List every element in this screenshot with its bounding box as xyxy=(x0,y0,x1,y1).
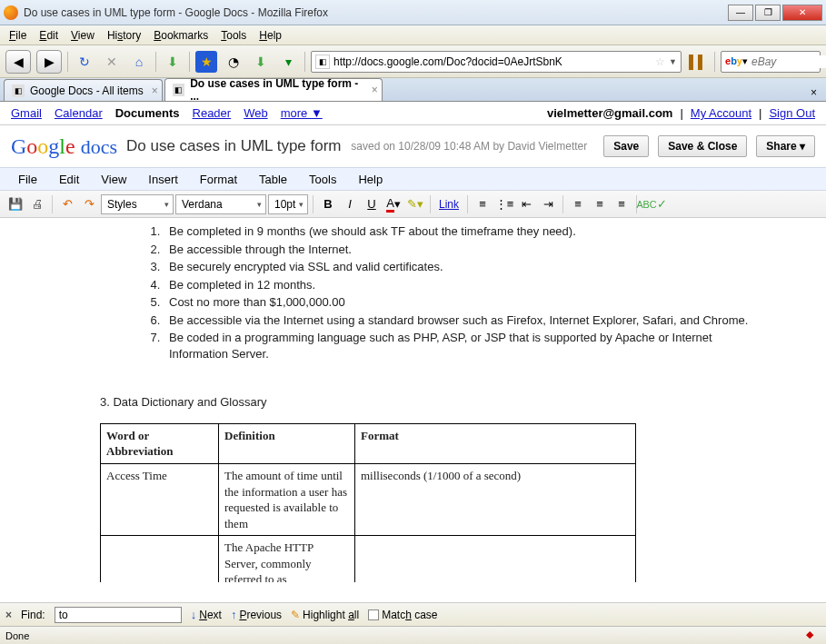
addon-icon[interactable]: ▾ xyxy=(277,51,299,73)
minimize-button[interactable]: — xyxy=(728,5,753,21)
tab-google-docs-list[interactable]: ◧ Google Docs - All items × xyxy=(4,79,163,101)
table-row: The Apache HTTP Server, commonly referre… xyxy=(101,536,636,582)
tab-close-icon[interactable]: × xyxy=(372,84,378,96)
cookie-icon[interactable]: ◔ xyxy=(223,51,244,73)
align-right-icon[interactable]: ≡ xyxy=(612,194,632,214)
find-next-button[interactable]: ↓Next xyxy=(191,608,222,621)
favicon-icon: ◧ xyxy=(315,54,330,69)
link-button[interactable]: Link xyxy=(435,198,463,211)
docs-menu-format[interactable]: Format xyxy=(191,170,246,189)
status-bar: Done ◆ xyxy=(0,626,826,644)
save-icon[interactable]: 💾 xyxy=(5,194,25,214)
search-box[interactable]: eby▾ 🔍 xyxy=(721,51,821,73)
indent-icon[interactable]: ⇥ xyxy=(538,194,558,214)
separator xyxy=(155,52,156,72)
align-center-icon[interactable]: ≡ xyxy=(590,194,610,214)
font-select[interactable]: Verdana xyxy=(175,194,266,214)
list-item: Be completed in 9 months (we should ask … xyxy=(164,223,762,240)
gbar-documents[interactable]: Documents xyxy=(115,106,180,120)
dropdown-icon[interactable]: ▼ xyxy=(669,57,677,66)
google-docs-logo[interactable]: Google docs xyxy=(11,134,117,159)
menu-bookmarks[interactable]: Bookmarks xyxy=(148,27,214,44)
print-icon[interactable]: 🖨 xyxy=(27,194,47,214)
download-helper-icon[interactable]: ⬇ xyxy=(250,51,272,73)
maximize-button[interactable]: ❐ xyxy=(755,5,781,21)
document-title[interactable]: Do use cases in UML type form xyxy=(126,137,342,155)
browser-menubar: File Edit View History Bookmarks Tools H… xyxy=(0,25,826,45)
italic-icon[interactable]: I xyxy=(340,194,360,214)
highlight-all-button[interactable]: ✎Highlight all xyxy=(291,609,359,621)
gbar-more[interactable]: more ▼ xyxy=(281,106,323,120)
list-item: Be securely encrypted via SSL and valid … xyxy=(164,259,762,275)
docs-menu-edit[interactable]: Edit xyxy=(50,170,88,189)
menu-history[interactable]: History xyxy=(102,27,146,44)
save-button[interactable]: Save xyxy=(603,135,649,157)
highlight-icon[interactable]: ✎▾ xyxy=(405,194,425,214)
find-prev-button[interactable]: ↑Previous xyxy=(231,608,282,621)
bookmark-star-icon[interactable]: ★ xyxy=(195,51,217,73)
bookmarks-sidebar-icon[interactable]: ▌▌ xyxy=(687,51,709,73)
styles-select[interactable]: Styles xyxy=(101,194,174,214)
gbar-gmail[interactable]: Gmail xyxy=(11,106,42,120)
glossary-table: Word or Abbreviation Definition Format A… xyxy=(100,423,636,582)
docs-menu-insert[interactable]: Insert xyxy=(139,170,187,189)
find-close-icon[interactable]: × xyxy=(5,609,12,621)
forward-button[interactable]: ▶ xyxy=(36,50,62,74)
table-header: Word or Abbreviation xyxy=(101,423,219,463)
find-input[interactable] xyxy=(55,607,182,623)
reload-button[interactable]: ↻ xyxy=(74,51,95,73)
close-button[interactable]: ✕ xyxy=(782,5,822,21)
browser-navbar: ◀ ▶ ↻ ✕ ⌂ ⬇ ★ ◔ ⬇ ▾ ◧ ☆ ▼ ▌▌ eby▾ 🔍 xyxy=(0,45,826,78)
menu-tools[interactable]: Tools xyxy=(215,27,252,44)
sign-out-link[interactable]: Sign Out xyxy=(769,106,815,120)
url-input[interactable] xyxy=(333,55,652,68)
outdent-icon[interactable]: ⇤ xyxy=(516,194,536,214)
menu-file[interactable]: File xyxy=(4,27,32,44)
gbar-reader[interactable]: Reader xyxy=(193,106,232,120)
section-heading: 3. Data Dictionary and Glossary xyxy=(100,394,762,411)
menu-help[interactable]: Help xyxy=(254,27,287,44)
redo-icon[interactable]: ↷ xyxy=(79,194,99,214)
menu-edit[interactable]: Edit xyxy=(34,27,64,44)
docs-menu-help[interactable]: Help xyxy=(349,170,392,189)
down-arrow-icon: ↓ xyxy=(191,608,197,621)
text-color-icon[interactable]: A▾ xyxy=(383,194,403,214)
tab-current-doc[interactable]: ◧ Do use cases in UML type form - ... × xyxy=(164,78,383,101)
docs-menu-table[interactable]: Table xyxy=(250,170,296,189)
match-case-checkbox[interactable]: Match case xyxy=(368,609,437,621)
save-close-button[interactable]: Save & Close xyxy=(658,135,747,157)
search-input[interactable] xyxy=(751,55,826,68)
document-scroll-area[interactable]: Be completed in 9 months (we should ask … xyxy=(0,218,826,582)
stop-button[interactable]: ✕ xyxy=(101,51,123,73)
bold-icon[interactable]: B xyxy=(318,194,338,214)
noscript-icon[interactable]: ◆ xyxy=(806,629,821,643)
underline-icon[interactable]: U xyxy=(362,194,382,214)
separator xyxy=(304,52,305,72)
tab-close-all[interactable]: × xyxy=(805,84,822,101)
back-button[interactable]: ◀ xyxy=(5,50,31,74)
table-header: Definition xyxy=(219,423,355,463)
size-select[interactable]: 10pt xyxy=(268,194,308,214)
share-button[interactable]: Share ▾ xyxy=(756,135,815,157)
docs-menu-view[interactable]: View xyxy=(92,170,135,189)
firefox-icon xyxy=(4,5,18,20)
table-row: Access Time The amount of time until the… xyxy=(101,464,636,536)
home-button[interactable]: ⌂ xyxy=(128,51,150,73)
numbered-list-icon[interactable]: ≡ xyxy=(473,194,493,214)
align-left-icon[interactable]: ≡ xyxy=(568,194,588,214)
gbar-calendar[interactable]: Calendar xyxy=(55,106,103,120)
my-account-link[interactable]: My Account xyxy=(691,106,751,120)
tab-close-icon[interactable]: × xyxy=(152,84,158,97)
document-page[interactable]: Be completed in 9 months (we should ask … xyxy=(0,218,826,582)
menu-view[interactable]: View xyxy=(65,27,100,44)
bulleted-list-icon[interactable]: ⋮≡ xyxy=(494,194,514,214)
docs-menu-file[interactable]: File xyxy=(9,170,46,189)
gbar-web[interactable]: Web xyxy=(244,106,268,120)
docs-menu-tools[interactable]: Tools xyxy=(300,170,345,189)
bookmark-star[interactable]: ☆ xyxy=(655,55,665,68)
downloads-button[interactable]: ⬇ xyxy=(162,51,184,73)
url-bar[interactable]: ◧ ☆ ▼ xyxy=(311,51,682,73)
saved-status: saved on 10/28/09 10:48 AM by David Viel… xyxy=(351,140,587,153)
spellcheck-icon[interactable]: ABC✓ xyxy=(642,194,662,214)
undo-icon[interactable]: ↶ xyxy=(57,194,77,214)
